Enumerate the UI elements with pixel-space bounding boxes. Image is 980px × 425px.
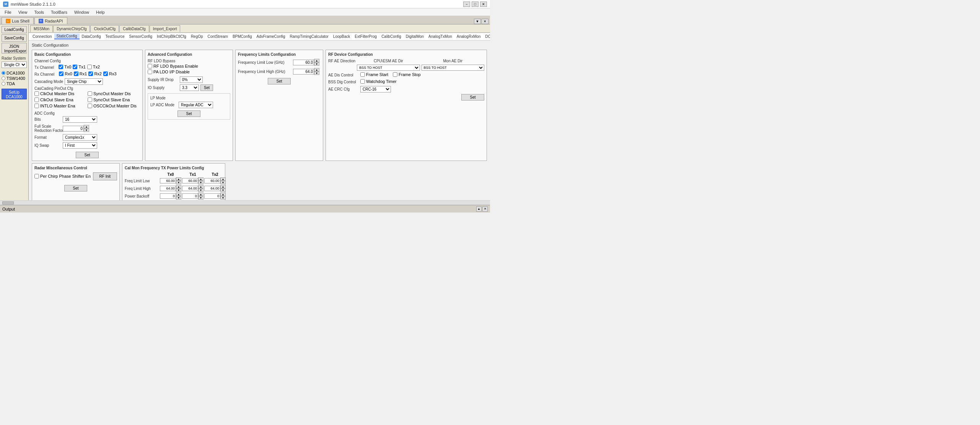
subtab-dcbistmon[interactable]: DCBISTMon: [483, 34, 490, 39]
horizontal-scrollbar[interactable]: [0, 200, 490, 205]
calmon-freq-high-tx2-up[interactable]: ▲: [220, 185, 226, 188]
per-chirp-phase-shifter-checkbox[interactable]: [34, 174, 39, 178]
rx2-checkbox-item[interactable]: Rx2: [88, 71, 102, 76]
setup-dca1000-button[interactable]: SetUp DCA1000: [2, 89, 27, 99]
calmon-power-tx2-input[interactable]: [204, 193, 220, 199]
collapse-button[interactable]: ▼: [474, 19, 481, 24]
oscc-master-dis-checkbox[interactable]: [88, 104, 92, 108]
io-supply-set-button[interactable]: Set: [200, 84, 213, 91]
clkout-slave-ena-checkbox[interactable]: [34, 97, 39, 102]
rx0-checkbox-item[interactable]: Rx0: [59, 71, 72, 76]
calmon-power-tx1-down[interactable]: ▼: [198, 196, 203, 200]
subtab-intchirpblkctlcfg[interactable]: IntChirpBlkCtlCfg: [155, 34, 189, 39]
syncout-master-dis-checkbox[interactable]: [88, 91, 92, 96]
close-button[interactable]: ✕: [480, 2, 487, 7]
calmon-freq-low-tx2-input[interactable]: [204, 178, 220, 183]
minimize-button[interactable]: −: [463, 2, 470, 7]
frame-stop-checkbox[interactable]: [393, 72, 397, 77]
fullscale-input[interactable]: [63, 126, 84, 131]
rx3-checkbox-item[interactable]: Rx3: [103, 71, 117, 76]
subtab-dataconfig[interactable]: DataConfig: [80, 34, 103, 39]
load-config-button[interactable]: LoadConfig: [2, 26, 27, 33]
freq-limit-low-input[interactable]: [293, 60, 314, 65]
watchdog-timer-item[interactable]: Watchdog Timer: [360, 79, 397, 84]
subtab-extfilterprog[interactable]: ExtFilterProg: [352, 34, 379, 39]
freq-low-down-button[interactable]: ▼: [314, 62, 319, 66]
calmon-freq-low-tx0-input[interactable]: [160, 178, 176, 183]
mon-ae-select[interactable]: BSS TO HOST HOST TO BSS: [422, 65, 484, 71]
rx1-checkbox[interactable]: [74, 71, 78, 76]
tx1-checkbox-item[interactable]: Tx1: [73, 65, 85, 69]
tda-radio[interactable]: [2, 82, 5, 86]
per-chirp-phase-shifter-item[interactable]: Per Chirp Phase Shifter En: [34, 174, 91, 178]
calmon-power-tx0-down[interactable]: ▼: [176, 196, 181, 200]
tx0-checkbox-item[interactable]: Tx0: [59, 65, 71, 69]
dca1000-radio[interactable]: [2, 71, 5, 75]
rx0-checkbox[interactable]: [59, 71, 63, 76]
subtab-advframeconfig[interactable]: AdvFrameConfig: [254, 34, 288, 39]
rx2-checkbox[interactable]: [88, 71, 93, 76]
lp-adc-mode-select[interactable]: Regular ADC Low Power ADC: [179, 102, 213, 108]
subtab-contstream[interactable]: ContStream: [205, 34, 230, 39]
tab-dynamicchirpcfg[interactable]: DynamicChirpCfg: [53, 25, 90, 32]
calmon-freq-low-tx2-down[interactable]: ▼: [220, 181, 226, 184]
rf-init-button[interactable]: RF Init: [93, 172, 117, 180]
freq-limit-high-input[interactable]: [293, 69, 314, 75]
json-import-button[interactable]: JSON Import/Expor: [2, 43, 27, 54]
watchdog-timer-checkbox[interactable]: [360, 79, 365, 84]
calmon-freq-low-tx1-down[interactable]: ▼: [198, 181, 203, 184]
calmon-freq-high-tx1-input[interactable]: [182, 186, 198, 191]
calmon-freq-low-tx1-input[interactable]: [182, 178, 198, 183]
calmon-freq-low-tx0-up[interactable]: ▲: [176, 177, 181, 181]
calmon-power-tx2-up[interactable]: ▲: [220, 193, 226, 196]
subtab-calibconfig[interactable]: CalibConfig: [379, 34, 404, 39]
calmon-freq-high-tx1-up[interactable]: ▲: [198, 185, 203, 188]
clkout-slave-ena-item[interactable]: ClkOut Slave Ena: [34, 97, 87, 102]
fullscale-up-button[interactable]: ▲: [84, 125, 89, 128]
rf-ldo-bypass-enable-checkbox[interactable]: [148, 64, 152, 68]
frame-start-checkbox[interactable]: [360, 72, 365, 77]
clkout-master-dis-item[interactable]: ClkOut Master Dis: [34, 91, 87, 96]
tsw1400-radio-item[interactable]: TSW1400: [2, 76, 27, 81]
rx1-checkbox-item[interactable]: Rx1: [74, 71, 87, 76]
subtab-staticconfig[interactable]: StaticConfig: [54, 34, 80, 39]
calmon-freq-high-tx0-input[interactable]: [160, 186, 176, 191]
syncout-master-dis-item[interactable]: SyncOut Master Dis: [88, 91, 140, 96]
subtab-regop[interactable]: RegOp: [189, 34, 205, 39]
pa-ldo-ip-disable-item[interactable]: PA LDO I/P Disable: [148, 70, 230, 74]
basic-config-set-button[interactable]: Set: [76, 152, 99, 158]
menu-help[interactable]: Help: [93, 9, 108, 15]
radar-system-select[interactable]: Single Chi Cascade: [2, 62, 27, 68]
bits-select[interactable]: 12 14 16: [63, 116, 97, 123]
menu-window[interactable]: Window: [71, 9, 92, 15]
io-supply-select[interactable]: 1.8 3.3: [180, 84, 199, 91]
calmon-freq-high-tx0-down[interactable]: ▼: [176, 188, 181, 192]
fullscale-down-button[interactable]: ▼: [84, 128, 89, 132]
subtab-ramptimingcalc[interactable]: RampTimingCalculator: [288, 34, 331, 39]
calmon-power-tx1-up[interactable]: ▲: [198, 193, 203, 196]
tx2-checkbox-item[interactable]: Tx2: [87, 65, 100, 69]
menu-toolbars[interactable]: ToolBars: [48, 9, 70, 15]
tab-import-export[interactable]: Import_Export: [150, 25, 181, 32]
menu-view[interactable]: View: [15, 9, 31, 15]
scrollbar-thumb[interactable]: [2, 201, 14, 204]
subtab-bpmconfig[interactable]: BPMConfig: [230, 34, 254, 39]
tab-clockoutcfg[interactable]: ClockOutCfg: [90, 25, 119, 32]
tab-lua-shell[interactable]: L Lua Shell: [2, 17, 34, 24]
subtab-sensorconfig[interactable]: SensorConfig: [127, 34, 155, 39]
subtab-analogtxmon[interactable]: AnalogTxMon: [426, 34, 454, 39]
freq-limits-set-button[interactable]: Set: [268, 78, 291, 84]
menu-tools[interactable]: Tools: [31, 9, 47, 15]
supply-ir-drop-select[interactable]: 0% 1% 2%: [180, 76, 203, 83]
close-tab-button[interactable]: ✕: [482, 19, 488, 24]
ae-crc-select[interactable]: CRC-16 CRC-32 None: [360, 86, 391, 92]
radar-misc-set-button[interactable]: Set: [64, 185, 87, 191]
rf-device-set-button[interactable]: Set: [461, 94, 484, 101]
iqswap-select[interactable]: I First Q First: [63, 142, 97, 149]
tsw1400-radio[interactable]: [2, 76, 5, 80]
calmon-freq-high-tx2-down[interactable]: ▼: [220, 188, 226, 192]
freq-low-up-button[interactable]: ▲: [314, 59, 319, 62]
subtab-loopback[interactable]: LoopBack: [331, 34, 352, 39]
freq-high-up-button[interactable]: ▲: [314, 68, 319, 71]
cascading-mode-select[interactable]: Single Chip Master Slave: [65, 78, 103, 85]
